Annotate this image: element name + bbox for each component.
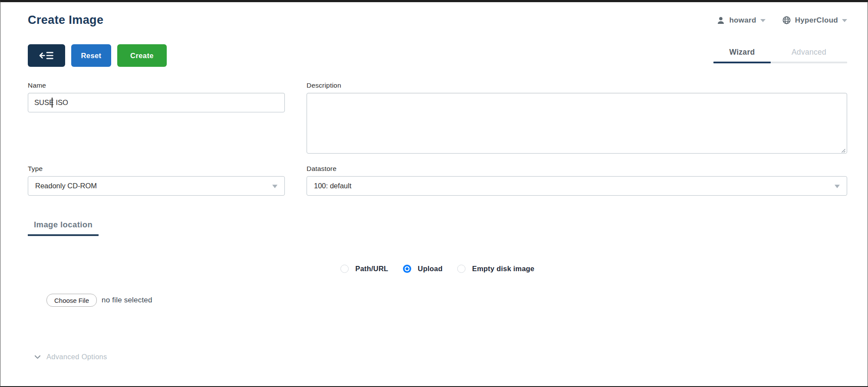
create-image-page: Create Image howard HyperCloud <box>0 0 868 387</box>
tab-advanced[interactable]: Advanced <box>771 48 847 63</box>
tab-wizard[interactable]: Wizard <box>713 48 771 63</box>
description-textarea[interactable] <box>307 93 847 154</box>
back-to-list-button[interactable] <box>28 44 65 67</box>
back-to-list-icon <box>39 50 54 61</box>
tab-wizard-label: Wizard <box>729 48 755 56</box>
tab-advanced-label: Advanced <box>792 48 826 56</box>
zone-menu[interactable]: HyperCloud <box>782 16 847 25</box>
chevron-down-icon <box>272 184 277 188</box>
create-button[interactable]: Create <box>117 44 167 67</box>
radio-unselected-icon <box>457 265 465 273</box>
image-source-radio-group: Path/URL Upload Empty disk image <box>28 265 847 273</box>
radio-empty-disk-image[interactable]: Empty disk image <box>457 265 535 273</box>
user-menu-label: howard <box>729 16 756 25</box>
radio-path-url-label: Path/URL <box>355 265 388 273</box>
name-input[interactable] <box>28 93 285 112</box>
choose-file-button[interactable]: Choose File <box>46 294 97 307</box>
type-label: Type <box>28 165 285 173</box>
chevron-down-icon <box>760 19 766 22</box>
datastore-select-value: 100: default <box>314 182 351 190</box>
form-mode-tabs: Wizard Advanced <box>713 48 847 63</box>
user-menu[interactable]: howard <box>716 16 765 25</box>
description-label: Description <box>307 82 847 89</box>
advanced-options-label: Advanced Options <box>46 353 107 361</box>
zone-menu-label: HyperCloud <box>795 16 838 25</box>
radio-path-url[interactable]: Path/URL <box>340 265 388 273</box>
datastore-label: Datastore <box>307 165 847 173</box>
tab-image-location[interactable]: Image location <box>28 220 99 236</box>
header: Create Image howard HyperCloud <box>28 13 847 27</box>
file-upload-row: Choose File no file selected <box>28 294 847 307</box>
datastore-field: Datastore 100: default <box>307 165 847 196</box>
description-field: Description <box>307 82 847 154</box>
section-tabs: Image location <box>28 220 847 236</box>
type-select-value: Readonly CD-ROM <box>35 182 97 190</box>
type-select[interactable]: Readonly CD-ROM <box>28 176 285 196</box>
chevron-down-icon <box>835 184 840 188</box>
header-menus: howard HyperCloud <box>716 16 847 25</box>
file-status-text: no file selected <box>102 296 152 305</box>
radio-selected-icon <box>403 265 411 273</box>
form-row-2: Type Readonly CD-ROM Datastore 100: defa… <box>28 165 847 196</box>
radio-unselected-icon <box>340 265 349 273</box>
chevron-down-icon <box>33 353 42 361</box>
name-label: Name <box>28 82 285 89</box>
page-title: Create Image <box>28 13 103 27</box>
text-cursor <box>52 98 53 108</box>
radio-upload[interactable]: Upload <box>403 265 442 273</box>
form-row-1: Name Description <box>28 82 847 154</box>
person-icon <box>716 16 725 25</box>
radio-empty-disk-image-label: Empty disk image <box>472 265 535 273</box>
datastore-select[interactable]: 100: default <box>307 176 847 196</box>
radio-upload-label: Upload <box>418 265 442 273</box>
toolbar: Reset Create Wizard Advanced <box>28 44 847 67</box>
chevron-down-icon <box>842 19 847 22</box>
type-field: Type Readonly CD-ROM <box>28 165 285 196</box>
name-field: Name <box>28 82 285 154</box>
globe-icon <box>782 16 791 25</box>
reset-button[interactable]: Reset <box>71 44 111 67</box>
advanced-options-toggle[interactable]: Advanced Options <box>28 353 107 361</box>
